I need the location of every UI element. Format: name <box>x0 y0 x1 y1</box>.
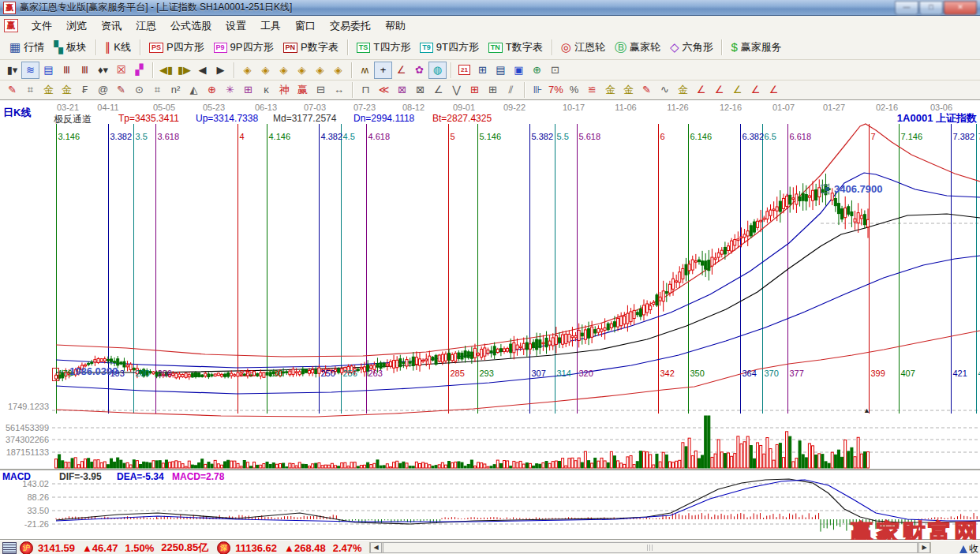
status-table-icon[interactable] <box>2 542 17 554</box>
angle-measure-button[interactable]: ∠ <box>392 62 410 79</box>
grid123-button[interactable]: ⊟ <box>312 81 330 99</box>
color-hist-button[interactable]: ▞ <box>130 62 148 79</box>
diamond-in-button[interactable]: ◈ <box>293 62 311 79</box>
prev-button[interactable]: ◀ <box>193 62 211 79</box>
fence2-button[interactable]: ⌗ <box>148 81 166 99</box>
ai-brain-button[interactable]: ◍ <box>428 62 447 79</box>
gold-circle-button[interactable]: 金 <box>601 81 619 99</box>
bars3-button[interactable]: Ⅲ <box>58 62 76 79</box>
pattern-search-button[interactable]: ≋ <box>21 62 39 79</box>
9p-square-button[interactable]: P99P四方形 <box>209 38 279 57</box>
close-button[interactable]: ✕ <box>944 1 977 15</box>
gold-under-button[interactable]: 金 <box>674 81 692 99</box>
percent7-button[interactable]: 7% <box>547 81 565 99</box>
red-pencil-button[interactable]: ✎ <box>112 81 130 99</box>
gann-wheel-button[interactable]: ◎江恩轮 <box>556 38 610 57</box>
crosshair-button[interactable]: + <box>374 62 392 79</box>
menu-item-2[interactable]: 资讯 <box>94 17 129 36</box>
menu-item-3[interactable]: 江恩 <box>129 17 163 36</box>
angle-mirror-button[interactable]: ◭ <box>185 81 203 99</box>
calculator-button[interactable]: ⊞ <box>473 62 492 79</box>
hspan-button[interactable]: ↔ <box>330 81 348 99</box>
gann-fence-button[interactable]: ⌗ <box>21 81 39 99</box>
n2-button[interactable]: n² <box>166 81 185 99</box>
chart-area[interactable]: 3.1461793.3821933.52003.61820642284.1462… <box>0 100 980 540</box>
minimize-button[interactable]: — <box>895 1 918 15</box>
scrollbar-thumb[interactable] <box>383 542 918 553</box>
last-page-button[interactable]: ▮▶ <box>175 62 193 79</box>
diamond-h-button[interactable]: ◈ <box>275 62 293 79</box>
percent-button[interactable]: % <box>565 81 583 99</box>
menu-item-7[interactable]: 窗口 <box>288 17 323 36</box>
save-button[interactable]: ▣ <box>510 62 528 79</box>
web-share-button[interactable]: ⊕ <box>528 62 546 79</box>
scroll-left-icon[interactable]: ◀ <box>370 542 382 553</box>
box-grid-button[interactable]: ⊠ <box>411 81 429 99</box>
gold-line1-button[interactable]: 金 <box>39 81 58 99</box>
magic-select-button[interactable]: ✿ <box>410 62 428 79</box>
print-transfer-button[interactable]: ⊡ <box>546 62 564 79</box>
menu-item-6[interactable]: 工具 <box>253 17 288 36</box>
bars9-button[interactable]: Ⅲ <box>76 62 94 79</box>
p-number-table-button[interactable]: PNP数字表 <box>279 38 343 57</box>
menu-item-8[interactable]: 交易委托 <box>323 17 378 36</box>
clipboard-button[interactable]: ▤ <box>39 62 58 79</box>
angle-lines-button[interactable]: ∠ <box>429 81 447 99</box>
lian-angle-button[interactable]: ∠ <box>746 81 765 99</box>
calendar-button[interactable]: 21 <box>455 62 473 79</box>
candle-style-dropdown[interactable]: ♦▾ <box>94 62 112 79</box>
next-button[interactable]: ▶ <box>211 62 230 79</box>
gann-bars-button[interactable]: ⊪ <box>529 81 547 99</box>
menu-item-1[interactable]: 浏览 <box>59 17 94 36</box>
gold-line2-button[interactable]: 金 <box>58 81 76 99</box>
spiral-button[interactable]: @ <box>94 81 112 99</box>
scroll-right-icon[interactable]: ▶ <box>918 542 930 553</box>
horizontal-scrollbar[interactable]: ◀ ▶ <box>369 542 931 553</box>
s-angle-button[interactable]: ∠ <box>728 81 746 99</box>
draw-pencil-button[interactable]: ✎ <box>3 81 21 99</box>
gold-lines-button[interactable]: 金 <box>619 81 638 99</box>
wave-button[interactable]: ∿ <box>656 81 674 99</box>
candle-pencil-button[interactable]: ✎ <box>638 81 656 99</box>
percent-lines-button[interactable]: ≌ <box>583 81 601 99</box>
first-page-button[interactable]: ◀▮ <box>157 62 175 79</box>
sectors-button[interactable]: ▚板块 <box>49 38 92 57</box>
diamond-right-button[interactable]: ◈ <box>256 62 275 79</box>
notebook-button[interactable]: ▤ <box>492 62 510 79</box>
compass-button[interactable]: ⊕ <box>203 81 221 99</box>
menu-item-9[interactable]: 帮助 <box>378 17 413 36</box>
f-angle-button[interactable]: ∠ <box>710 81 728 99</box>
menu-item-5[interactable]: 设置 <box>219 17 253 36</box>
drag-hand-button[interactable]: ʍ <box>356 62 374 79</box>
winner-wheel-button[interactable]: Ⓑ赢家轮 <box>610 38 665 57</box>
period-dropdown[interactable]: ▮▾ <box>3 62 21 79</box>
diamond-all-button[interactable]: ◈ <box>329 62 347 79</box>
diamond-left-button[interactable]: ◈ <box>238 62 256 79</box>
web-grid-button[interactable]: ⊞ <box>239 81 257 99</box>
fan-lines-button[interactable]: ≪ <box>375 81 393 99</box>
j-angle-button[interactable]: ∠ <box>692 81 710 99</box>
star-button[interactable]: ✳ <box>221 81 239 99</box>
diamond-out-button[interactable]: ◈ <box>311 62 329 79</box>
maximize-button[interactable]: □ <box>919 1 943 15</box>
slant-lines-button[interactable]: ⫽ <box>502 81 520 99</box>
ying-angle-button[interactable]: ∠ <box>765 81 783 99</box>
zigzag-button[interactable]: ⋁ <box>447 81 466 99</box>
p-square-button[interactable]: PSP四方形 <box>144 38 209 57</box>
time-circle-button[interactable]: ⊙ <box>130 81 148 99</box>
t-square-button[interactable]: TST四方形 <box>352 38 415 57</box>
shen-tool-button[interactable]: 神 <box>275 81 294 99</box>
winner-service-button[interactable]: $赢家服务 <box>726 38 786 57</box>
hexagon-button[interactable]: ◇六角形 <box>665 38 718 57</box>
quotes-button[interactable]: ▦行情 <box>5 38 49 57</box>
9t-square-button[interactable]: T99T四方形 <box>415 38 484 57</box>
menu-item-0[interactable]: 文件 <box>24 17 59 36</box>
box-fan-button[interactable]: ⊠ <box>393 81 411 99</box>
k-quote-button[interactable]: ĸ <box>257 81 275 99</box>
t-number-table-button[interactable]: TNT数字表 <box>484 38 548 57</box>
formula-box-button[interactable]: ☒ <box>112 62 130 79</box>
kline-button[interactable]: ∥K线 <box>100 38 136 57</box>
grid2-button[interactable]: ⊞ <box>484 81 502 99</box>
f-fence-button[interactable]: ₣ <box>76 81 94 99</box>
menu-item-4[interactable]: 公式选股 <box>163 17 219 36</box>
